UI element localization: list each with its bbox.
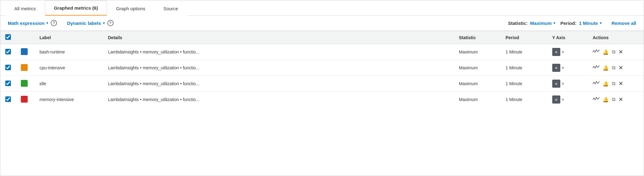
dynamic-labels-dropdown[interactable]: Dynamic labels ▾ xyxy=(67,21,105,26)
tab-graph-options[interactable]: Graph options xyxy=(107,1,154,16)
row-details-cell: LambdaInsights • memory_utilization • fu… xyxy=(103,44,454,60)
tab-all-metrics[interactable]: All metrics xyxy=(5,1,45,16)
math-expression-label: Math expression xyxy=(8,21,44,26)
color-swatch[interactable] xyxy=(21,64,28,71)
table-row: bash-runtime LambdaInsights • memory_uti… xyxy=(0,44,644,60)
row-checkbox[interactable] xyxy=(5,81,11,86)
row-details-cell: LambdaInsights • memory_utilization • fu… xyxy=(103,92,454,108)
row-checkbox[interactable] xyxy=(5,96,11,102)
remove-icon[interactable]: ✕ xyxy=(618,49,623,55)
tab-graphed-metrics[interactable]: Graphed metrics (6) xyxy=(45,1,107,16)
copy-icon[interactable]: ⧉ xyxy=(612,49,615,55)
row-details: LambdaInsights • memory_utilization • fu… xyxy=(108,97,199,102)
graph-metric-icon[interactable] xyxy=(593,97,600,102)
copy-icon[interactable]: ⧉ xyxy=(612,81,615,86)
period-chevron: ▾ xyxy=(600,21,602,25)
row-checkbox-cell xyxy=(0,92,16,108)
row-statistic: Maximum xyxy=(459,81,478,86)
row-color-cell xyxy=(16,44,35,60)
period-label: Period: xyxy=(560,21,576,26)
y-axis-right-arrow[interactable]: > xyxy=(562,65,564,70)
alarm-icon[interactable]: 🔔 xyxy=(603,81,609,87)
row-period: 1 Minute xyxy=(506,97,522,102)
dynamic-labels-label: Dynamic labels xyxy=(67,21,101,26)
row-yaxis-cell: < > xyxy=(547,76,588,92)
graph-metric-icon[interactable] xyxy=(593,49,600,55)
row-details: LambdaInsights • memory_utilization • fu… xyxy=(108,65,199,70)
color-swatch[interactable] xyxy=(21,96,28,103)
y-axis-controls: < > xyxy=(552,64,583,72)
row-details-cell: LambdaInsights • memory_utilization • fu… xyxy=(103,60,454,76)
statistic-dropdown[interactable]: Maximum ▾ xyxy=(530,21,555,26)
math-expression-help[interactable]: ? xyxy=(51,20,57,26)
alarm-icon[interactable]: 🔔 xyxy=(603,49,609,55)
y-axis-right-arrow[interactable]: > xyxy=(562,81,564,86)
row-label: idle xyxy=(40,81,46,86)
color-swatch[interactable] xyxy=(21,80,28,87)
graph-metric-icon[interactable] xyxy=(593,81,600,86)
row-period-cell: 1 Minute xyxy=(501,44,547,60)
row-details: LambdaInsights • memory_utilization • fu… xyxy=(108,81,199,86)
tab-source[interactable]: Source xyxy=(154,1,187,16)
row-period-cell: 1 Minute xyxy=(501,76,547,92)
row-period: 1 Minute xyxy=(506,65,522,70)
action-icons: 🔔 ⧉ ✕ xyxy=(593,96,639,103)
row-period-cell: 1 Minute xyxy=(501,92,547,108)
y-axis-left-btn[interactable]: < xyxy=(552,48,560,56)
statistic-chevron: ▾ xyxy=(553,21,555,25)
row-label-cell: cpu-intensive xyxy=(35,60,103,76)
row-checkbox-cell xyxy=(0,44,16,60)
action-icons: 🔔 ⧉ ✕ xyxy=(593,64,639,71)
period-dropdown[interactable]: 1 Minute ▾ xyxy=(579,21,602,26)
statistic-group: Statistic: Maximum ▾ xyxy=(508,21,556,26)
row-checkbox-cell xyxy=(0,76,16,92)
y-axis-left-btn[interactable]: < xyxy=(552,64,560,72)
th-yaxis: Y Axis xyxy=(547,31,588,44)
row-yaxis-cell: < > xyxy=(547,60,588,76)
math-expression-dropdown[interactable]: Math expression ▾ xyxy=(8,21,48,26)
row-checkbox[interactable] xyxy=(5,49,11,54)
dynamic-labels-help[interactable]: ? xyxy=(107,20,114,26)
remove-all-button[interactable]: Remove all xyxy=(612,21,636,26)
metrics-table: Label Details Statistic Period Y Axis Ac… xyxy=(0,31,644,107)
table-row: idle LambdaInsights • memory_utilization… xyxy=(0,76,644,92)
row-yaxis-cell: < > xyxy=(547,92,588,108)
action-icons: 🔔 ⧉ ✕ xyxy=(593,49,639,55)
th-details: Details xyxy=(103,31,454,44)
row-period: 1 Minute xyxy=(506,81,522,86)
graph-metric-icon[interactable] xyxy=(593,65,600,71)
action-icons: 🔔 ⧉ ✕ xyxy=(593,80,639,87)
y-axis-right-arrow[interactable]: > xyxy=(562,97,564,102)
th-checkbox xyxy=(0,31,16,44)
row-statistic: Maximum xyxy=(459,65,478,70)
table-header-row: Label Details Statistic Period Y Axis Ac… xyxy=(0,31,644,44)
row-checkbox[interactable] xyxy=(5,65,11,70)
y-axis-left-btn[interactable]: < xyxy=(552,95,560,104)
alarm-icon[interactable]: 🔔 xyxy=(603,65,609,71)
row-statistic: Maximum xyxy=(459,49,478,54)
row-color-cell xyxy=(16,92,35,108)
row-label: memory-intensive xyxy=(40,97,74,102)
color-swatch[interactable] xyxy=(21,48,28,55)
row-actions-cell: 🔔 ⧉ ✕ xyxy=(588,44,644,60)
row-statistic-cell: Maximum xyxy=(454,76,501,92)
remove-icon[interactable]: ✕ xyxy=(618,80,623,87)
toolbar: Math expression ▾ ? Dynamic labels ▾ ? S… xyxy=(0,16,644,31)
row-period: 1 Minute xyxy=(506,49,522,54)
row-yaxis-cell: < > xyxy=(547,44,588,60)
copy-icon[interactable]: ⧉ xyxy=(612,97,615,102)
y-axis-controls: < > xyxy=(552,48,583,56)
th-actions: Actions xyxy=(588,31,644,44)
remove-icon[interactable]: ✕ xyxy=(618,64,623,71)
row-label-cell: memory-intensive xyxy=(35,92,103,108)
select-all-checkbox[interactable] xyxy=(5,34,11,40)
tab-bar: All metrics Graphed metrics (6) Graph op… xyxy=(0,0,644,16)
remove-icon[interactable]: ✕ xyxy=(618,96,623,103)
y-axis-right-arrow[interactable]: > xyxy=(562,49,564,54)
copy-icon[interactable]: ⧉ xyxy=(612,65,615,71)
y-axis-left-btn[interactable]: < xyxy=(552,80,560,88)
main-container: All metrics Graphed metrics (6) Graph op… xyxy=(0,0,644,176)
row-details: LambdaInsights • memory_utilization • fu… xyxy=(108,49,199,54)
alarm-icon[interactable]: 🔔 xyxy=(603,97,609,103)
row-statistic: Maximum xyxy=(459,97,478,102)
